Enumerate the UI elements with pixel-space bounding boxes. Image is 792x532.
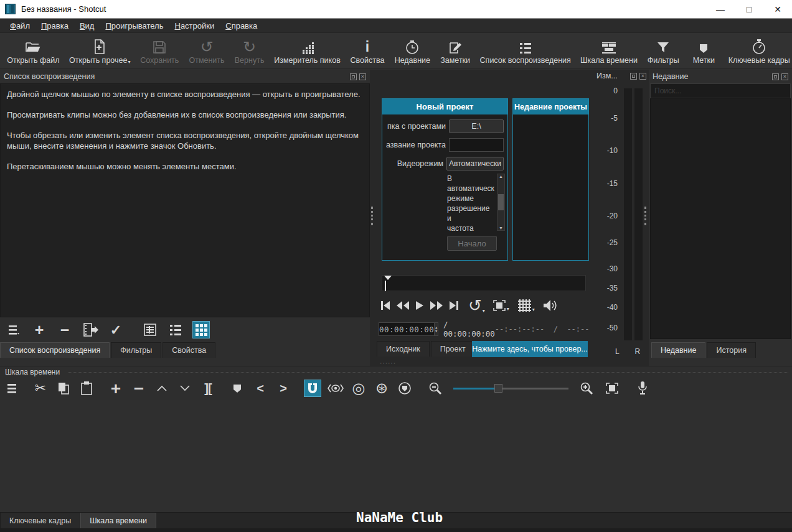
undo-button[interactable]: ↺ Отменить bbox=[187, 36, 227, 66]
splitter-handle[interactable] bbox=[644, 207, 646, 225]
redo-button[interactable]: ↻ Вернуть bbox=[232, 36, 266, 66]
view-icons-icon[interactable] bbox=[192, 321, 210, 338]
playhead[interactable] bbox=[385, 281, 386, 291]
ripple-markers-icon[interactable] bbox=[396, 380, 413, 397]
menu-view[interactable]: Вид bbox=[75, 20, 100, 32]
open-file-button[interactable]: Открыть файл bbox=[5, 36, 62, 66]
view-details-icon[interactable] bbox=[141, 321, 159, 338]
timeline-button[interactable]: Шкала времени bbox=[578, 36, 639, 66]
playlist-help-line: Перетаскиванием мышью можно менять элеме… bbox=[7, 161, 363, 172]
menu-file[interactable]: Файл bbox=[5, 20, 35, 32]
tab-timeline[interactable]: Шкала времени bbox=[80, 513, 156, 529]
next-marker-icon[interactable]: > bbox=[275, 380, 292, 397]
menu-edit[interactable]: Правка bbox=[36, 20, 73, 32]
open-other-button[interactable]: Открыть прочее▾ bbox=[67, 36, 133, 66]
lift-icon[interactable] bbox=[153, 380, 171, 397]
scrub-while-dragging-icon[interactable] bbox=[327, 380, 344, 397]
menu-help[interactable]: Справка bbox=[220, 20, 262, 32]
volume-icon[interactable] bbox=[542, 299, 557, 312]
close-button[interactable]: ✕ bbox=[763, 0, 792, 18]
tab-playlist[interactable]: Список воспроизведения bbox=[0, 342, 110, 358]
projects-folder-button[interactable]: E:\ bbox=[449, 119, 504, 133]
description-scrollbar[interactable]: ▲ ▼ bbox=[497, 174, 505, 231]
add-icon[interactable]: + bbox=[31, 321, 48, 338]
check-update-button[interactable]: Нажмите здесь, чтобы провер... bbox=[472, 341, 588, 357]
timeline-tracks-area[interactable] bbox=[0, 400, 792, 513]
save-button[interactable]: Сохранить bbox=[138, 36, 181, 66]
close-panel-icon[interactable]: × bbox=[781, 73, 788, 80]
menu-settings[interactable]: Настройки bbox=[169, 20, 219, 32]
update-icon[interactable] bbox=[82, 321, 99, 338]
project-name-input[interactable] bbox=[449, 138, 504, 152]
splitter-handle[interactable] bbox=[371, 207, 373, 225]
zoom-fit-icon[interactable]: ▾ bbox=[493, 299, 509, 312]
close-panel-icon[interactable]: × bbox=[639, 73, 646, 80]
record-audio-icon[interactable] bbox=[634, 380, 651, 397]
apply-check-icon[interactable]: ✓ bbox=[107, 321, 125, 338]
recent-files-list[interactable] bbox=[650, 98, 791, 339]
video-mode-select[interactable]: Автоматически bbox=[446, 157, 504, 170]
append-icon[interactable]: + bbox=[107, 380, 125, 397]
grid-icon[interactable]: ▾ bbox=[517, 299, 535, 312]
prev-marker-icon[interactable]: < bbox=[252, 380, 269, 397]
split-icon[interactable]: ][ bbox=[199, 380, 217, 397]
tab-keyframes[interactable]: Ключевые кадры bbox=[0, 513, 80, 529]
notes-button[interactable]: Заметки bbox=[438, 36, 473, 66]
scrubber-bar[interactable] bbox=[382, 275, 586, 291]
marker-icon[interactable] bbox=[229, 380, 246, 397]
snap-magnet-icon[interactable] bbox=[304, 380, 321, 397]
markers-button[interactable]: Метки bbox=[687, 36, 720, 66]
timeline-menu-button[interactable] bbox=[4, 380, 21, 397]
ripple-delete-icon[interactable]: − bbox=[130, 380, 148, 397]
tab-source[interactable]: Исходник bbox=[377, 341, 430, 357]
cut-icon[interactable]: ✂ bbox=[32, 380, 49, 397]
view-list-icon[interactable] bbox=[167, 321, 184, 338]
play-icon[interactable] bbox=[415, 301, 425, 310]
skip-start-icon[interactable] bbox=[380, 301, 391, 310]
close-panel-icon[interactable]: × bbox=[359, 73, 366, 80]
properties-button[interactable]: i Свойства bbox=[348, 36, 387, 66]
ripple-icon[interactable]: ◎ bbox=[350, 380, 367, 397]
zoom-fit-icon[interactable] bbox=[603, 380, 621, 397]
fast-forward-icon[interactable] bbox=[430, 301, 443, 310]
recent-button[interactable]: Недавние bbox=[392, 36, 433, 66]
float-panel-icon[interactable] bbox=[772, 73, 779, 80]
scroll-down-icon[interactable]: ▼ bbox=[499, 226, 503, 230]
recent-search-input[interactable] bbox=[650, 83, 791, 98]
start-button[interactable]: Начало bbox=[447, 236, 497, 251]
overwrite-icon[interactable] bbox=[176, 380, 194, 397]
peak-meter-button[interactable]: Измеритель пиков bbox=[272, 36, 342, 66]
slider-handle[interactable] bbox=[494, 384, 502, 393]
float-panel-icon[interactable] bbox=[630, 73, 637, 80]
playlist-button[interactable]: Список воспроизведения bbox=[478, 36, 573, 66]
remove-icon[interactable]: − bbox=[56, 321, 73, 338]
tab-properties[interactable]: Свойства bbox=[163, 342, 215, 358]
copy-icon[interactable] bbox=[55, 380, 72, 397]
filters-button[interactable]: Фильтры bbox=[645, 36, 681, 66]
float-panel-icon[interactable] bbox=[350, 73, 357, 80]
paste-icon[interactable] bbox=[78, 380, 95, 397]
current-time-spinbox[interactable]: 00:00:00:00 ▲▼ bbox=[379, 322, 438, 336]
recent-projects-list[interactable] bbox=[514, 115, 588, 259]
loop-icon[interactable]: ↺▾ bbox=[468, 298, 485, 314]
tab-history[interactable]: История bbox=[707, 342, 755, 358]
tab-recent[interactable]: Недавние bbox=[651, 342, 705, 358]
playlist-menu-button[interactable] bbox=[5, 321, 22, 338]
keyframes-button[interactable]: Ключевые кадры bbox=[726, 36, 792, 66]
new-project-title: Новый проект bbox=[382, 99, 507, 114]
minimize-button[interactable]: — bbox=[706, 0, 735, 18]
maximize-button[interactable]: □ bbox=[735, 0, 763, 18]
timeline-zoom-slider[interactable] bbox=[453, 382, 568, 394]
scroll-up-icon[interactable]: ▲ bbox=[499, 174, 503, 179]
tab-filters[interactable]: Фильтры bbox=[111, 342, 161, 358]
zoom-in-icon[interactable] bbox=[578, 380, 595, 397]
ripple-all-tracks-icon[interactable]: ⊛ bbox=[373, 380, 390, 397]
spinner-arrows-icon[interactable]: ▲▼ bbox=[434, 323, 438, 335]
skip-end-icon[interactable] bbox=[448, 301, 460, 310]
current-time-value[interactable]: 00:00:00:00 bbox=[379, 325, 434, 334]
scroll-thumb[interactable] bbox=[498, 194, 504, 210]
rewind-icon[interactable] bbox=[396, 301, 410, 310]
zoom-out-icon[interactable] bbox=[427, 380, 444, 397]
menu-player[interactable]: Проигрыватель bbox=[100, 20, 168, 32]
tab-project[interactable]: Проект bbox=[431, 341, 475, 357]
